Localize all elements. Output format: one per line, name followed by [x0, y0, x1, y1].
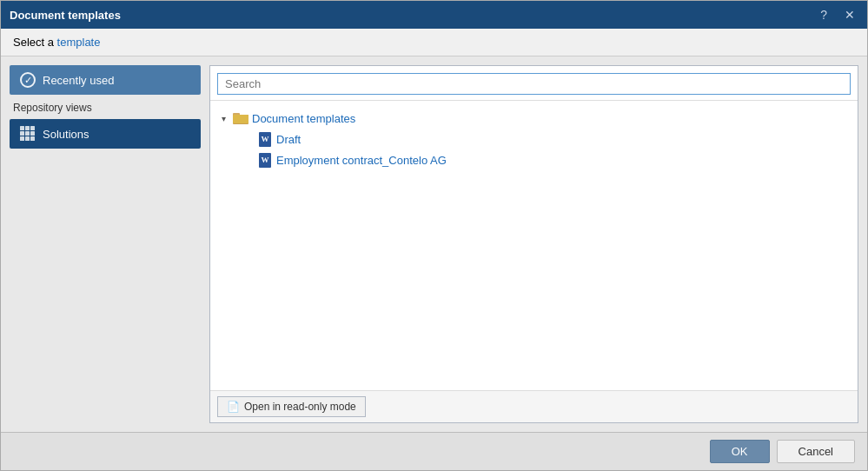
read-only-icon: 📄 — [227, 401, 240, 413]
subtitle-bar: Select a template — [1, 29, 867, 56]
read-only-label: Open in read-only mode — [244, 401, 356, 413]
tree-root-node[interactable]: ▾ Document templates — [214, 108, 854, 129]
main-content: ✓ Recently used Repository views — [1, 56, 867, 432]
close-button[interactable]: ✕ — [841, 7, 858, 23]
read-only-button[interactable]: 📄 Open in read-only mode — [217, 396, 366, 417]
word-doc-icon-draft: W — [257, 131, 273, 147]
nav-item-recently-used[interactable]: ✓ Recently used — [10, 65, 201, 95]
dialog: Document templates ? ✕ Select a template… — [0, 0, 868, 471]
bottom-bar: 📄 Open in read-only mode — [210, 390, 858, 422]
tree-expander-icon: ▾ — [217, 112, 229, 124]
word-doc-icon-employment: W — [257, 152, 273, 168]
check-circle-icon: ✓ — [20, 72, 36, 88]
subtitle-text: Select a template — [13, 36, 100, 49]
tree-children: W Draft W Employment contract_Contelo AG — [214, 129, 854, 170]
title-bar-left: Document templates — [10, 9, 121, 22]
nav-item-solutions[interactable]: Solutions — [10, 119, 201, 149]
solutions-label: Solutions — [43, 128, 89, 141]
tree-root-label: Document templates — [252, 112, 355, 125]
title-bar-right: ? ✕ — [817, 7, 858, 23]
tree-area: ▾ Document templates — [210, 101, 858, 390]
draft-label: Draft — [276, 133, 301, 146]
ok-button[interactable]: OK — [710, 440, 770, 463]
svg-rect-2 — [233, 115, 248, 123]
right-panel: ▾ Document templates — [209, 65, 858, 423]
dialog-footer: OK Cancel — [1, 432, 867, 470]
employment-expander — [242, 154, 254, 166]
repository-views-label: Repository views — [10, 96, 201, 117]
employment-contract-label: Employment contract_Contelo AG — [276, 154, 447, 167]
help-button[interactable]: ? — [817, 7, 831, 23]
search-input[interactable] — [217, 73, 851, 95]
tree-item-draft[interactable]: W Draft — [238, 129, 854, 149]
cancel-button[interactable]: Cancel — [777, 440, 855, 463]
grid-icon — [20, 126, 36, 142]
dialog-title: Document templates — [10, 9, 121, 22]
template-link[interactable]: template — [57, 36, 101, 49]
draft-expander — [242, 133, 254, 145]
recently-used-label: Recently used — [43, 74, 114, 87]
tree-item-employment-contract[interactable]: W Employment contract_Contelo AG — [238, 149, 854, 170]
folder-icon — [233, 110, 248, 126]
title-bar: Document templates ? ✕ — [1, 1, 867, 29]
search-bar — [210, 66, 858, 101]
left-panel: ✓ Recently used Repository views — [10, 65, 201, 423]
